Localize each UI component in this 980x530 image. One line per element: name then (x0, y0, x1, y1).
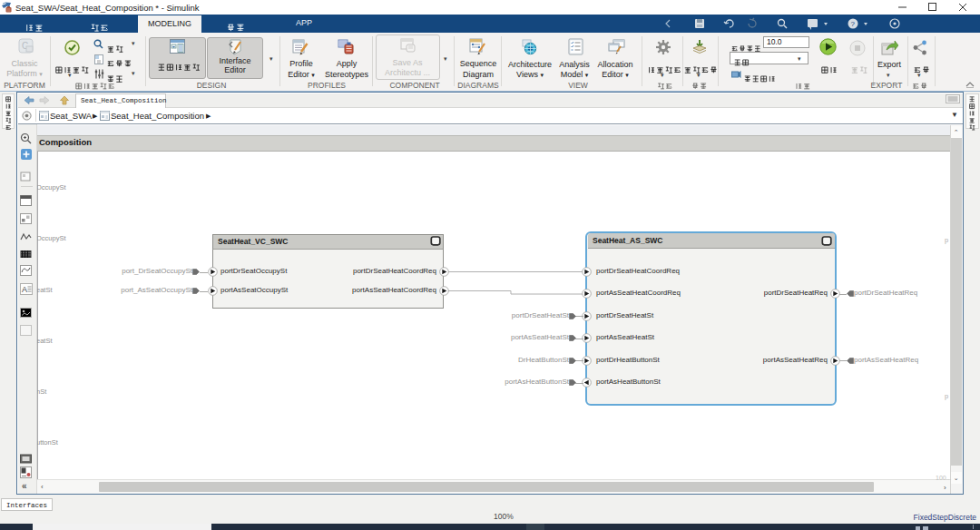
svg-text:A: A (22, 285, 27, 294)
svg-text:?: ? (851, 20, 856, 28)
